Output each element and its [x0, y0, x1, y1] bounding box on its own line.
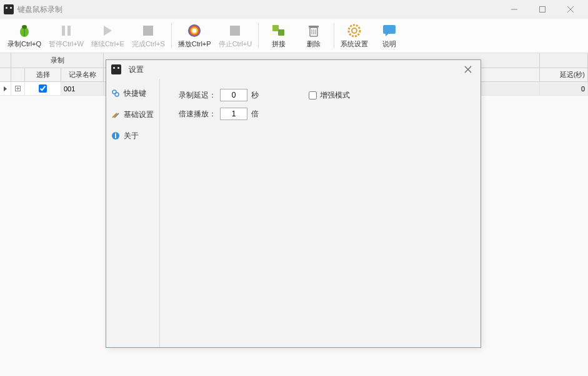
- speech-icon: [382, 23, 397, 38]
- minimize-button[interactable]: [500, 0, 528, 19]
- join-icon: [271, 23, 286, 38]
- svg-rect-7: [62, 26, 65, 36]
- link-icon: [111, 89, 120, 98]
- help-button[interactable]: 说明: [372, 20, 407, 51]
- play-icon: [100, 23, 115, 38]
- sidebar-item-hotkey[interactable]: 快捷键: [106, 83, 159, 104]
- help-label: 说明: [382, 39, 396, 49]
- dialog-titlebar[interactable]: 设置: [106, 60, 481, 79]
- col-select[interactable]: 选择: [25, 68, 61, 81]
- settings-dialog: 设置 快捷键 基础设置 i 关于: [106, 59, 481, 348]
- svg-rect-8: [67, 26, 71, 36]
- col-delay[interactable]: 延迟(秒): [540, 68, 588, 81]
- dialog-close-button[interactable]: [461, 62, 476, 77]
- settings-label: 系统设置: [341, 39, 368, 49]
- svg-rect-1: [539, 7, 545, 13]
- record-button[interactable]: 录制Ctrl+Q: [4, 20, 45, 51]
- record-delay-input[interactable]: [220, 89, 247, 101]
- toolbar-separator-3: [334, 23, 334, 48]
- sidebar-about-label: 关于: [124, 131, 139, 141]
- bug-icon: [17, 23, 32, 38]
- enhanced-checkbox[interactable]: [309, 91, 317, 99]
- stop2-icon: [227, 23, 242, 38]
- toolbar-separator: [171, 23, 172, 48]
- svg-marker-22: [386, 33, 389, 36]
- row-select[interactable]: [25, 82, 61, 95]
- trash-icon: [306, 23, 321, 38]
- delete-button[interactable]: 删除: [296, 20, 331, 51]
- maximize-button[interactable]: [528, 0, 556, 19]
- group-header-label: 录制: [11, 53, 104, 68]
- finish-button[interactable]: 完成Ctrl+S: [128, 20, 169, 51]
- svg-point-11: [192, 29, 196, 33]
- speed-label: 倍速播放：: [172, 109, 216, 119]
- svg-marker-9: [104, 26, 112, 36]
- dialog-content: 录制延迟： 秒 增强模式 倍速播放： 倍: [160, 79, 481, 347]
- join-button[interactable]: 拼接: [261, 20, 296, 51]
- speed-input[interactable]: [220, 108, 247, 120]
- record-delay-label: 录制延迟：: [172, 90, 216, 101]
- row-indicator: [0, 82, 11, 95]
- finish-label: 完成Ctrl+S: [132, 39, 165, 49]
- dialog-sidebar: 快捷键 基础设置 i 关于: [106, 79, 160, 347]
- info-icon: i: [111, 131, 120, 140]
- window-title: 键盘鼠标录制: [17, 4, 500, 15]
- delete-label: 删除: [307, 39, 321, 49]
- window-controls: [500, 0, 584, 19]
- close-button[interactable]: [556, 0, 584, 19]
- svg-rect-12: [272, 25, 279, 31]
- svg-rect-15: [309, 26, 319, 28]
- pause-button[interactable]: 暂停Ctrl+W: [45, 20, 87, 51]
- join-label: 拼接: [272, 39, 286, 49]
- svg-point-20: [352, 28, 357, 33]
- gear-icon: [347, 23, 362, 38]
- sidebar-hotkey-label: 快捷键: [124, 88, 146, 99]
- play-label: 播放Ctrl+P: [178, 39, 211, 49]
- disc-icon: [187, 23, 202, 38]
- record-label: 录制Ctrl+Q: [7, 39, 41, 49]
- sidebar-basic-label: 基础设置: [124, 109, 154, 120]
- svg-rect-21: [383, 25, 396, 34]
- app-icon: [4, 4, 14, 14]
- svg-text:i: i: [114, 131, 116, 140]
- svg-point-26: [115, 93, 119, 96]
- stop-icon: [141, 23, 156, 38]
- stop-label: 停止Ctrl+U: [219, 39, 252, 49]
- row-delay[interactable]: 0: [540, 82, 588, 95]
- svg-rect-13: [278, 29, 284, 36]
- play-button[interactable]: 播放Ctrl+P: [174, 20, 215, 51]
- settings-button[interactable]: 系统设置: [337, 20, 372, 51]
- record-delay-unit: 秒: [251, 90, 259, 101]
- stop-button[interactable]: 停止Ctrl+U: [215, 20, 256, 51]
- pause-label: 暂停Ctrl+W: [49, 39, 84, 49]
- row-checkbox[interactable]: [39, 84, 47, 93]
- row-name[interactable]: 001: [61, 82, 104, 95]
- resume-label: 继续Ctrl+E: [91, 39, 124, 49]
- resume-button[interactable]: 继续Ctrl+E: [87, 20, 128, 51]
- main-toolbar: 录制Ctrl+Q 暂停Ctrl+W 继续Ctrl+E 完成Ctrl+S 播放Ct…: [0, 19, 588, 53]
- sidebar-item-about[interactable]: i 关于: [106, 125, 159, 146]
- dialog-app-icon: [111, 64, 121, 74]
- tools-icon: [111, 110, 120, 119]
- window-titlebar: 键盘鼠标录制: [0, 0, 588, 19]
- sidebar-item-basic[interactable]: 基础设置: [106, 104, 159, 125]
- pause-icon: [59, 23, 74, 38]
- dialog-title: 设置: [129, 64, 461, 75]
- col-name[interactable]: 记录名称: [61, 68, 104, 81]
- speed-unit: 倍: [251, 109, 259, 119]
- enhanced-label[interactable]: 增强模式: [320, 90, 350, 101]
- expand-toggle[interactable]: [11, 82, 25, 95]
- toolbar-separator-2: [258, 23, 259, 48]
